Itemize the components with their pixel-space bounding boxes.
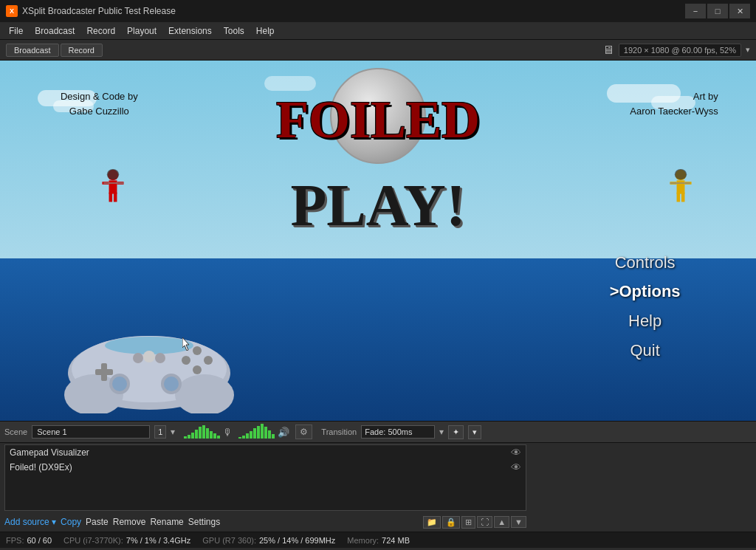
fencer-yellow [666, 168, 695, 205]
broadcast-button[interactable]: Broadcast [6, 44, 59, 57]
svg-rect-9 [677, 181, 685, 194]
audio-bar-right-1 [242, 436, 245, 439]
source-icons-right: 📁 🔒 ⊞ ⛶ ▲ ▼ [423, 516, 526, 529]
svg-point-29 [204, 356, 213, 365]
svg-point-28 [193, 365, 202, 374]
audio-bar-right-9 [272, 434, 275, 439]
gpu-status: GPU (R7 360): 25% / 14% / 699MHz [202, 536, 335, 545]
maximize-button[interactable]: □ [707, 4, 728, 18]
gpu-label: GPU (R7 360): [202, 536, 256, 545]
move-up-btn[interactable]: ▲ [494, 516, 509, 528]
svg-point-7 [107, 169, 119, 180]
audio-bar-left-0 [184, 436, 187, 439]
audio-controls-left: 🎙 [184, 425, 234, 439]
memory-value: 724 MB [382, 536, 410, 545]
audio-bar-left-6 [206, 428, 209, 439]
source-item-0[interactable]: Gamepad Visualizer 👁 [5, 445, 526, 460]
menu-playout[interactable]: Playout [121, 24, 162, 38]
scene-name-input[interactable] [32, 425, 150, 439]
transition-menu-button[interactable]: ▾ [468, 425, 481, 439]
fps-status: FPS: 60 / 60 [6, 536, 52, 545]
source-item-1[interactable]: Foiled! (DX9Ex) 👁 [5, 460, 526, 475]
svg-point-32 [155, 353, 165, 363]
speaker-button[interactable]: 🔊 [276, 427, 291, 438]
audio-bar-group-right [238, 425, 275, 439]
audio-bar-right-6 [261, 424, 264, 439]
menu-options: >Options [610, 277, 681, 306]
svg-point-15 [675, 169, 687, 180]
transition-dropdown-icon[interactable]: ▾ [439, 427, 444, 437]
mic-mute-button[interactable]: 🎙 [221, 427, 234, 438]
sources-area: Gamepad Visualizer 👁 Foiled! (DX9Ex) 👁 A… [0, 443, 531, 532]
svg-rect-3 [114, 193, 117, 202]
audio-bar-left-2 [191, 433, 194, 439]
controller-area [53, 303, 245, 413]
audio-settings-button[interactable]: ⚙ [295, 424, 312, 439]
move-down-btn[interactable]: ▼ [511, 516, 526, 528]
menu-help-item: Help [610, 306, 681, 336]
crop-icon-btn[interactable]: ⊞ [461, 516, 475, 529]
lock-icon-btn[interactable]: 🔒 [442, 516, 460, 529]
settings-source-button[interactable]: Settings [188, 515, 224, 529]
audio-bar-right-7 [264, 427, 267, 439]
menu-bar: File Broadcast Record Playout Extensions… [0, 22, 756, 40]
remove-source-button[interactable]: Remove [113, 515, 151, 529]
menu-broadcast[interactable]: Broadcast [29, 24, 80, 38]
menu-extensions[interactable]: Extensions [162, 24, 218, 38]
visibility-icon-1[interactable]: 👁 [511, 461, 521, 473]
menu-file[interactable]: File [3, 24, 29, 38]
fullscreen-icon-btn[interactable]: ⛶ [477, 516, 492, 528]
rename-source-button[interactable]: Rename [150, 515, 188, 529]
svg-rect-11 [681, 193, 685, 202]
preview-area: Design & Code by Gabe Cuzzillo Art by Aa… [0, 61, 756, 421]
close-button[interactable]: ✕ [729, 4, 750, 18]
source-name-0: Gamepad Visualizer [10, 447, 89, 458]
scene-label: Scene [4, 427, 27, 436]
svg-point-27 [193, 346, 202, 355]
memory-status: Memory: 724 MB [347, 536, 410, 545]
toolbar: Broadcast Record 🖥 1920 × 1080 @ 60.00 f… [0, 40, 756, 61]
copy-source-button[interactable]: Copy [61, 515, 86, 529]
audio-bar-left-9 [217, 436, 220, 439]
sources-panel: Gamepad Visualizer 👁 Foiled! (DX9Ex) 👁 [4, 444, 526, 511]
game-menu: Controls >Options Help Quit [610, 248, 681, 365]
fencer-red [98, 168, 128, 205]
audio-bar-right-8 [268, 430, 271, 439]
svg-point-26 [182, 356, 190, 365]
cpu-status: CPU (i7-3770K): 7% / 1% / 3.4GHz [63, 536, 190, 545]
transition-add-button[interactable]: ✦ [448, 425, 464, 439]
audio-controls-right: 🔊 [238, 425, 291, 439]
folder-icon-btn[interactable]: 📁 [423, 516, 441, 529]
transition-input[interactable] [361, 425, 435, 439]
svg-point-23 [112, 377, 127, 391]
app-title: XSplit Broadcaster Public Test Release [22, 6, 685, 16]
menu-tools[interactable]: Tools [218, 24, 250, 38]
svg-rect-1 [109, 181, 117, 194]
sources-scenes-row: Gamepad Visualizer 👁 Foiled! (DX9Ex) 👁 A… [0, 443, 756, 532]
svg-point-33 [143, 351, 155, 362]
audio-bar-left-5 [202, 425, 205, 439]
paste-source-button[interactable]: Paste [86, 515, 113, 529]
dropdown-icon[interactable]: ▾ [746, 45, 750, 55]
svg-rect-21 [95, 369, 113, 375]
game-canvas: Design & Code by Gabe Cuzzillo Art by Aa… [0, 61, 756, 421]
screen-icon: 🖥 [602, 44, 614, 57]
scene-dropdown-icon[interactable]: ▾ [171, 427, 175, 437]
scene-bar: Scene 1 ▾ 🎙 🔊 ⚙ Transition ▾ ✦ ▾ [0, 421, 756, 443]
minimize-button[interactable]: − [685, 4, 706, 18]
memory-label: Memory: [347, 536, 379, 545]
record-button[interactable]: Record [61, 44, 103, 57]
menu-record[interactable]: Record [80, 24, 121, 38]
menu-help[interactable]: Help [250, 24, 281, 38]
add-source-button[interactable]: Add source ▾ [4, 515, 61, 529]
visibility-icon-0[interactable]: 👁 [511, 447, 521, 458]
credit-right: Art by Aaron Taecker-Wyss [630, 89, 718, 118]
fps-label: FPS: [6, 536, 24, 545]
audio-bar-left-7 [210, 431, 213, 439]
bottom-panel: Scene 1 ▾ 🎙 🔊 ⚙ Transition ▾ ✦ ▾ Gamepad… [0, 421, 756, 532]
audio-bar-group-left [184, 425, 220, 439]
cpu-label: CPU (i7-3770K): [63, 536, 123, 545]
menu-controls: Controls [610, 248, 681, 278]
app-icon: X [6, 5, 18, 17]
scene-num-button[interactable]: 1 [154, 425, 166, 439]
